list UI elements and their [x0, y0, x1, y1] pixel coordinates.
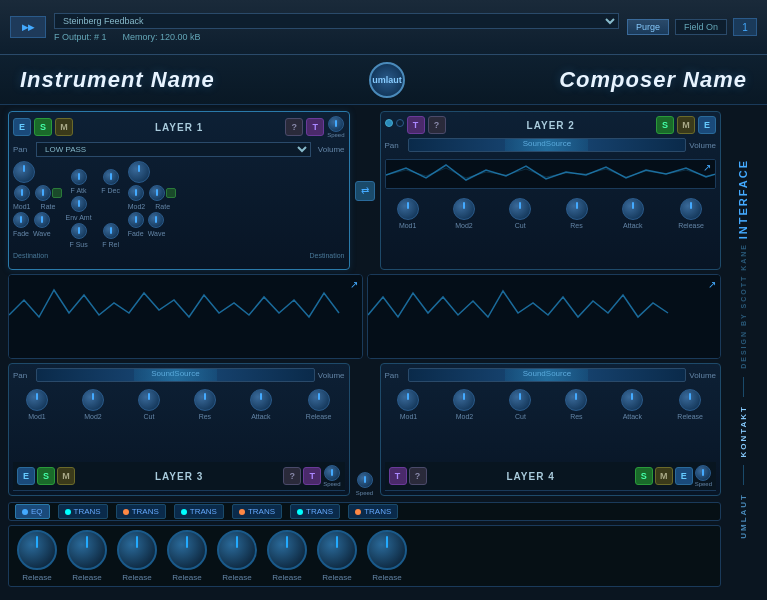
layer2-pan-label: Pan [385, 141, 405, 150]
layer3-m-btn[interactable]: M [57, 467, 75, 485]
layer1-wave-knob[interactable] [34, 212, 50, 228]
layer4-sound-source-bar[interactable]: SoundSource [408, 368, 687, 382]
layer3-t-btn[interactable]: T [303, 467, 321, 485]
instrument-name: Instrument Name [20, 67, 215, 93]
trans2-tab[interactable]: TRANS [116, 504, 166, 519]
layer3-res-label: Res [199, 413, 211, 420]
sidebar-div1 [743, 377, 744, 397]
layer1-s-small[interactable] [52, 188, 62, 198]
layer4-speed-knob[interactable] [695, 465, 711, 481]
layer4-res-knob[interactable] [565, 389, 587, 411]
layer3-attack-knob[interactable] [250, 389, 272, 411]
release6-knob[interactable] [267, 530, 307, 570]
layer1-fdec-knob[interactable] [103, 169, 119, 185]
layer1-rate1-knob[interactable] [35, 185, 51, 201]
layer3-e-btn[interactable]: E [17, 467, 35, 485]
layer3-cut-knob[interactable] [138, 389, 160, 411]
layer1-q-btn[interactable]: ? [285, 118, 303, 136]
layer3-mod2-knob[interactable] [82, 389, 104, 411]
layer2-tune-dot1[interactable] [385, 119, 393, 127]
center-speed-knob[interactable] [357, 472, 373, 488]
layer3-wf-arrow[interactable]: ↗ [350, 279, 358, 290]
layer3-release-label: Release [306, 413, 332, 420]
layer4-s-btn[interactable]: S [635, 467, 653, 485]
layer1-pan-knob[interactable] [13, 161, 35, 183]
layer2-t-btn[interactable]: T [407, 116, 425, 134]
layer4-m-btn[interactable]: M [655, 467, 673, 485]
trans5-tab[interactable]: TRANS [290, 504, 340, 519]
trans3-tab[interactable]: TRANS [174, 504, 224, 519]
layer1-filter-dropdown[interactable]: LOW PASS [36, 142, 311, 157]
release3-knob[interactable] [117, 530, 157, 570]
layer1-s2-small[interactable] [166, 188, 176, 198]
layer3-q-btn[interactable]: ? [283, 467, 301, 485]
layer1-fatk-label: F Atk [71, 187, 87, 194]
layer4-mod1-knob[interactable] [397, 389, 419, 411]
layer4-q-btn[interactable]: ? [409, 467, 427, 485]
release1-knob[interactable] [17, 530, 57, 570]
center-connector: ⇄ [354, 111, 376, 270]
layer2-tune-dot2[interactable] [396, 119, 404, 127]
layer2-wf-arrow[interactable]: ↗ [703, 162, 711, 173]
layer2-release-knob[interactable] [680, 198, 702, 220]
layer4-attack-knob[interactable] [621, 389, 643, 411]
layer1-speed-knob[interactable] [328, 116, 344, 132]
layer2-e-btn[interactable]: E [698, 116, 716, 134]
layer1-t-btn[interactable]: T [306, 118, 324, 136]
layer2-sound-source-bar[interactable]: SoundSource [408, 138, 687, 152]
layer3-mod1-knob[interactable] [26, 389, 48, 411]
release5-knob[interactable] [217, 530, 257, 570]
layer3-speed-label: Speed [323, 481, 340, 487]
layer1-volume-knob[interactable] [128, 161, 150, 183]
layer2-res-knob[interactable] [566, 198, 588, 220]
layer1-fsus-knob[interactable] [71, 223, 87, 239]
layer1-speed-area: Speed [327, 116, 344, 138]
release3-label: Release [122, 573, 151, 582]
trans6-tab[interactable]: TRANS [348, 504, 398, 519]
layer3-speed-knob[interactable] [324, 465, 340, 481]
layer3-release-knob[interactable] [308, 389, 330, 411]
layer2-mod2-knob[interactable] [453, 198, 475, 220]
layer1-s-btn[interactable]: S [34, 118, 52, 136]
layer4-t-btn-left[interactable]: T [389, 467, 407, 485]
steinberg-dropdown[interactable]: Steinberg Feedback [54, 13, 619, 29]
layer3-s-btn[interactable]: S [37, 467, 55, 485]
layer1-e-btn[interactable]: E [13, 118, 31, 136]
layer4-cut-knob[interactable] [509, 389, 531, 411]
trans1-tab[interactable]: TRANS [58, 504, 108, 519]
eq-tab[interactable]: EQ [15, 504, 50, 519]
layer2-q-btn[interactable]: ? [428, 116, 446, 134]
connect-btn[interactable]: ⇄ [355, 181, 375, 201]
layer1-fade-knob[interactable] [13, 212, 29, 228]
layer1-box: E S M LAYER 1 ? T Speed Pan LOW PASS [8, 111, 350, 270]
layer1-envamt-knob[interactable] [71, 196, 87, 212]
trans4-tab[interactable]: TRANS [232, 504, 282, 519]
layer4-wf-arrow[interactable]: ↗ [708, 279, 716, 290]
release4-knob[interactable] [167, 530, 207, 570]
layer1-frel-knob[interactable] [103, 223, 119, 239]
layer2-cut-knob[interactable] [509, 198, 531, 220]
layer1-wave2-knob[interactable] [148, 212, 164, 228]
layer4-release-knob[interactable] [679, 389, 701, 411]
layer3-sound-source-bar[interactable]: SoundSource [36, 368, 315, 382]
trans4-dot [239, 509, 245, 515]
layer2-m-btn[interactable]: M [677, 116, 695, 134]
layer1-m-btn[interactable]: M [55, 118, 73, 136]
release7-knob[interactable] [317, 530, 357, 570]
release2-knob[interactable] [67, 530, 107, 570]
layer1-rate2-knob[interactable] [149, 185, 165, 201]
layer2-attack-knob[interactable] [622, 198, 644, 220]
layer1-speed-label: Speed [327, 132, 344, 138]
layer3-res-knob[interactable] [194, 389, 216, 411]
layer4-mod2-knob[interactable] [453, 389, 475, 411]
layer1-mod1-knob[interactable] [14, 185, 30, 201]
layer3-mod2-label: Mod2 [84, 413, 102, 420]
layer1-fatk-knob[interactable] [71, 169, 87, 185]
layer4-e-btn[interactable]: E [675, 467, 693, 485]
release8-knob[interactable] [367, 530, 407, 570]
layer2-mod1-knob[interactable] [397, 198, 419, 220]
layer1-mod2-knob[interactable] [128, 185, 144, 201]
layer1-fade2-knob[interactable] [128, 212, 144, 228]
layer2-s-btn[interactable]: S [656, 116, 674, 134]
purge-button[interactable]: Purge [627, 19, 669, 35]
